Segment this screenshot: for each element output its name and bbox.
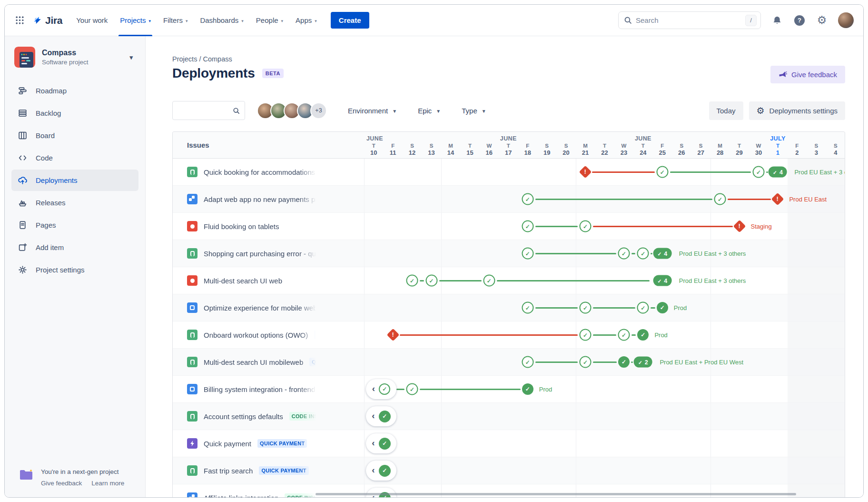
- nav-item-filters[interactable]: Filters▾: [157, 5, 194, 36]
- project-switcher[interactable]: Compass Software project ▾: [9, 44, 141, 69]
- sidebar-learn-more-link[interactable]: Learn more: [91, 480, 124, 487]
- deployment-success-marker[interactable]: ✓: [637, 302, 649, 314]
- collapse-deployments-button[interactable]: ‹✓: [366, 433, 396, 453]
- deployment-success-marker[interactable]: ✓: [406, 383, 418, 395]
- nav-menu: Your workProjects▾Filters▾Dashboards▾Peo…: [70, 5, 323, 36]
- today-button[interactable]: Today: [709, 101, 743, 120]
- avatar-overflow-count[interactable]: +3: [310, 102, 327, 119]
- issue-title: Multi-dest search UI web: [204, 277, 282, 285]
- sidebar-give-feedback-link[interactable]: Give feedback: [41, 480, 82, 487]
- deployments-settings-button[interactable]: ⚙ Deployments settings: [749, 101, 845, 120]
- deployment-success-filled-marker[interactable]: ✓: [637, 329, 649, 341]
- sidebar-item-releases[interactable]: Releases: [11, 192, 138, 213]
- issue-row-optimize-experience-for-mobile-web[interactable]: Optimize experience for mobile webCOD✓✓✓…: [173, 294, 845, 321]
- deployment-success-marker[interactable]: ✓: [522, 193, 533, 205]
- deployment-success-marker[interactable]: ✓: [618, 248, 630, 260]
- issues-filter-search[interactable]: [172, 101, 245, 120]
- deployment-success-marker[interactable]: ✓: [580, 302, 592, 314]
- notifications-bell-icon[interactable]: [771, 14, 783, 27]
- issue-row-multi-dest-search-ui-mobileweb[interactable]: Multi-dest search UI mobilewebQUICK PA✓✓…: [173, 349, 845, 376]
- give-feedback-button[interactable]: Give feedback: [770, 66, 845, 83]
- issue-row-billing-system-integration-frontend[interactable]: Billing system integration - frontendQUI…: [173, 376, 845, 403]
- collapse-deployments-button[interactable]: ‹✓: [366, 406, 396, 426]
- jira-logo[interactable]: Jira: [29, 14, 69, 26]
- issue-row-fluid-booking-on-tablets[interactable]: Fluid booking on tablets✓✓!Staging: [173, 213, 845, 240]
- filter-dropdown-epic[interactable]: Epic▼: [418, 107, 441, 115]
- deployment-success-marker[interactable]: ✓: [580, 221, 592, 232]
- deployment-warning-marker[interactable]: !: [579, 166, 592, 179]
- top-navigation: Jira Your workProjects▾Filters▾Dashboard…: [5, 5, 863, 36]
- gear-icon: ⚙: [757, 106, 765, 115]
- issue-row-adapt-web-app-no-new-payments-provider[interactable]: Adapt web app no new payments provider✓✓…: [173, 186, 845, 213]
- deployment-success-marker[interactable]: ✓: [522, 302, 533, 314]
- deployment-count-pill[interactable]: ✓2: [634, 357, 652, 368]
- deployment-success-marker[interactable]: ✓: [580, 329, 592, 341]
- deployment-success-filled-marker[interactable]: ✓: [618, 356, 630, 368]
- create-button[interactable]: Create: [331, 12, 369, 29]
- issue-row-fast-trip-search[interactable]: Fast trip searchQUICK PAYMENT‹✓: [173, 457, 845, 484]
- bug-issue-type-icon: [187, 221, 197, 231]
- sidebar-item-board[interactable]: Board: [11, 125, 138, 146]
- issue-row-account-settings-defaults[interactable]: Account settings defaultsCODE INSIGHTS‹✓: [173, 403, 845, 430]
- day-cell: S3: [807, 142, 826, 157]
- collapse-deployments-button[interactable]: ‹✓: [366, 379, 396, 399]
- chevron-down-icon[interactable]: ▾: [129, 54, 133, 61]
- breadcrumb[interactable]: Projects / Compass: [172, 55, 232, 63]
- assignee-avatars[interactable]: +3: [257, 102, 327, 119]
- settings-gear-icon[interactable]: ⚙: [816, 14, 828, 27]
- deployment-warning-marker[interactable]: !: [733, 220, 746, 233]
- sidebar-item-project-settings[interactable]: Project settings: [11, 259, 138, 281]
- collapse-deployments-button[interactable]: ‹✓: [366, 488, 396, 497]
- nav-item-your-work[interactable]: Your work: [70, 5, 114, 36]
- app-switcher-icon[interactable]: [11, 12, 28, 29]
- deployment-success-marker[interactable]: ✓: [522, 248, 533, 260]
- deployment-count-pill[interactable]: ✓4: [769, 167, 787, 178]
- deployment-success-marker[interactable]: ✓: [522, 356, 533, 368]
- deployment-success-marker[interactable]: ✓: [656, 166, 668, 178]
- sidebar-item-code[interactable]: Code: [11, 147, 138, 169]
- deployment-success-marker[interactable]: ✓: [522, 221, 533, 232]
- day-cell: F18: [518, 142, 537, 157]
- filter-dropdown-environment[interactable]: Environment▼: [348, 107, 397, 115]
- issue-row-quick-payment[interactable]: Quick paymentQUICK PAYMENT‹✓: [173, 430, 845, 457]
- user-avatar[interactable]: [838, 12, 854, 28]
- deployment-success-filled-marker[interactable]: ✓: [657, 302, 668, 313]
- settings-icon: [17, 265, 28, 275]
- deployment-count-pill[interactable]: ✓4: [653, 275, 671, 286]
- deployment-connector: [535, 361, 578, 363]
- issue-row-quick-booking-for-accommodations[interactable]: Quick booking for accommodationsQUIC!✓✓✓…: [173, 159, 845, 186]
- deployment-success-marker[interactable]: ✓: [483, 275, 495, 287]
- global-search[interactable]: /: [618, 11, 761, 29]
- issue-badge: CODE INSIGHTS: [289, 412, 317, 421]
- chevron-left-icon: ‹: [372, 383, 375, 394]
- sidebar-item-roadmap[interactable]: Roadmap: [11, 80, 138, 101]
- deployment-success-marker[interactable]: ✓: [425, 275, 437, 287]
- issue-row-shopping-cart-purchasing-error-quick-fix[interactable]: Shopping cart purchasing error - quick f…: [173, 240, 845, 267]
- deployment-success-marker[interactable]: ✓: [714, 193, 726, 205]
- issue-row-onboard-workout-options-owo[interactable]: Onboard workout options (OWO)QUICK P!✓✓✓…: [173, 321, 845, 349]
- deployment-success-marker[interactable]: ✓: [406, 275, 418, 287]
- horizontal-scrollbar[interactable]: [316, 493, 796, 495]
- filter-dropdown-type[interactable]: Type▼: [462, 107, 486, 115]
- sidebar-item-add-item[interactable]: Add item: [11, 237, 138, 258]
- sidebar-item-backlog[interactable]: Backlog: [11, 102, 138, 124]
- deployment-success-marker[interactable]: ✓: [580, 356, 592, 368]
- sidebar-item-pages[interactable]: Pages: [11, 214, 138, 236]
- deployment-success-marker[interactable]: ✓: [637, 248, 649, 260]
- deployment-success-filled-marker[interactable]: ✓: [522, 383, 533, 395]
- nav-item-apps[interactable]: Apps▾: [289, 5, 323, 36]
- deployment-count-pill[interactable]: ✓4: [653, 248, 671, 259]
- deployment-success-marker[interactable]: ✓: [753, 166, 765, 178]
- nav-item-people[interactable]: People▾: [250, 5, 289, 36]
- issues-filter-input[interactable]: [178, 107, 233, 114]
- issue-row-multi-dest-search-ui-web[interactable]: Multi-dest search UI web✓✓✓✓4Prod EU Eas…: [173, 267, 845, 294]
- search-input[interactable]: [636, 16, 741, 24]
- help-icon[interactable]: ?: [793, 14, 806, 27]
- collapse-deployments-button[interactable]: ‹✓: [366, 461, 396, 481]
- deployment-warning-marker[interactable]: !: [771, 193, 784, 206]
- sidebar-item-deployments[interactable]: Deployments: [11, 170, 138, 191]
- nav-item-projects[interactable]: Projects▾: [114, 5, 157, 36]
- nav-item-dashboards[interactable]: Dashboards▾: [194, 5, 249, 36]
- deployment-success-marker[interactable]: ✓: [618, 329, 630, 341]
- deployment-warning-marker[interactable]: !: [386, 329, 399, 341]
